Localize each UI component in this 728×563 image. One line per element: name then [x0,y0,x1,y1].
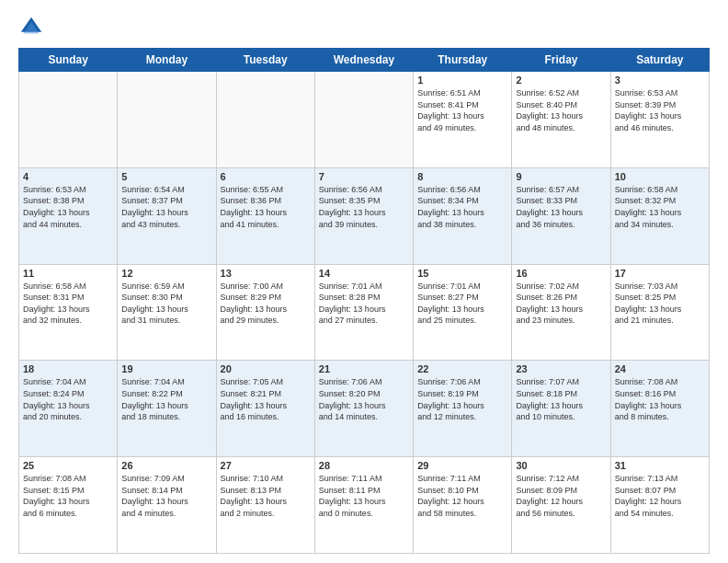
calendar-day-cell: 13Sunrise: 7:00 AM Sunset: 8:29 PM Dayli… [216,264,314,361]
weekday-header: Monday [118,49,216,72]
calendar-day-cell: 17Sunrise: 7:03 AM Sunset: 8:25 PM Dayli… [610,264,709,361]
day-info: Sunrise: 7:04 AM Sunset: 8:24 PM Dayligh… [23,376,113,422]
day-info: Sunrise: 7:03 AM Sunset: 8:25 PM Dayligh… [615,281,705,327]
calendar-week-row: 4Sunrise: 6:53 AM Sunset: 8:38 PM Daylig… [19,167,710,264]
calendar-day-cell: 25Sunrise: 7:08 AM Sunset: 8:15 PM Dayli… [19,457,118,554]
day-info: Sunrise: 6:52 AM Sunset: 8:40 PM Dayligh… [516,87,606,133]
calendar-day-cell: 6Sunrise: 6:55 AM Sunset: 8:36 PM Daylig… [216,167,314,264]
calendar-day-cell: 12Sunrise: 6:59 AM Sunset: 8:30 PM Dayli… [118,264,216,361]
day-number: 24 [615,363,705,374]
day-info: Sunrise: 7:04 AM Sunset: 8:22 PM Dayligh… [121,376,211,422]
calendar-day-cell: 31Sunrise: 7:13 AM Sunset: 8:07 PM Dayli… [610,457,709,554]
day-number: 22 [417,363,507,374]
calendar-table: SundayMondayTuesdayWednesdayThursdayFrid… [18,48,710,554]
day-info: Sunrise: 6:58 AM Sunset: 8:31 PM Dayligh… [23,281,113,327]
day-number: 15 [417,268,507,279]
day-number: 27 [221,460,311,471]
day-info: Sunrise: 6:54 AM Sunset: 8:37 PM Dayligh… [121,184,211,230]
calendar-day-cell: 28Sunrise: 7:11 AM Sunset: 8:11 PM Dayli… [314,457,413,554]
page: SundayMondayTuesdayWednesdayThursdayFrid… [0,0,728,563]
calendar-day-cell: 8Sunrise: 6:56 AM Sunset: 8:34 PM Daylig… [414,167,512,264]
calendar-day-cell: 3Sunrise: 6:53 AM Sunset: 8:39 PM Daylig… [610,72,709,168]
calendar-day-cell: 18Sunrise: 7:04 AM Sunset: 8:24 PM Dayli… [19,361,118,457]
day-info: Sunrise: 6:58 AM Sunset: 8:32 PM Dayligh… [615,184,705,230]
calendar-day-cell: 11Sunrise: 6:58 AM Sunset: 8:31 PM Dayli… [19,264,118,361]
logo-icon [18,15,44,40]
day-number: 31 [615,460,705,471]
calendar-day-cell: 24Sunrise: 7:08 AM Sunset: 8:16 PM Dayli… [610,361,709,457]
day-info: Sunrise: 6:57 AM Sunset: 8:33 PM Dayligh… [516,184,606,230]
day-info: Sunrise: 6:53 AM Sunset: 8:38 PM Dayligh… [23,184,113,230]
day-info: Sunrise: 7:10 AM Sunset: 8:13 PM Dayligh… [221,473,311,519]
weekday-header: Friday [512,49,610,72]
calendar-day-cell [314,72,413,168]
day-number: 11 [23,268,113,279]
calendar-day-cell [118,72,216,168]
day-number: 14 [319,268,409,279]
day-number: 8 [417,171,507,182]
day-number: 30 [516,460,606,471]
calendar-day-cell: 14Sunrise: 7:01 AM Sunset: 8:28 PM Dayli… [314,264,413,361]
calendar-week-row: 25Sunrise: 7:08 AM Sunset: 8:15 PM Dayli… [19,457,710,554]
day-info: Sunrise: 7:08 AM Sunset: 8:16 PM Dayligh… [615,376,705,422]
day-info: Sunrise: 7:01 AM Sunset: 8:28 PM Dayligh… [319,281,409,327]
day-info: Sunrise: 7:00 AM Sunset: 8:29 PM Dayligh… [221,281,311,327]
calendar-day-cell: 27Sunrise: 7:10 AM Sunset: 8:13 PM Dayli… [216,457,314,554]
calendar-day-cell: 29Sunrise: 7:11 AM Sunset: 8:10 PM Dayli… [414,457,512,554]
day-number: 7 [319,171,409,182]
calendar-day-cell: 15Sunrise: 7:01 AM Sunset: 8:27 PM Dayli… [414,264,512,361]
day-number: 13 [221,268,311,279]
day-info: Sunrise: 6:55 AM Sunset: 8:36 PM Dayligh… [221,184,311,230]
calendar-day-cell: 1Sunrise: 6:51 AM Sunset: 8:41 PM Daylig… [414,72,512,168]
day-number: 17 [615,268,705,279]
calendar-day-cell: 5Sunrise: 6:54 AM Sunset: 8:37 PM Daylig… [118,167,216,264]
logo [18,15,48,40]
calendar-day-cell: 10Sunrise: 6:58 AM Sunset: 8:32 PM Dayli… [610,167,709,264]
day-number: 26 [121,460,211,471]
day-info: Sunrise: 7:11 AM Sunset: 8:10 PM Dayligh… [417,473,507,519]
calendar-day-cell: 19Sunrise: 7:04 AM Sunset: 8:22 PM Dayli… [118,361,216,457]
calendar-day-cell: 21Sunrise: 7:06 AM Sunset: 8:20 PM Dayli… [314,361,413,457]
day-info: Sunrise: 6:53 AM Sunset: 8:39 PM Dayligh… [615,87,705,133]
day-number: 19 [121,363,211,374]
weekday-header: Sunday [19,49,118,72]
day-info: Sunrise: 6:51 AM Sunset: 8:41 PM Dayligh… [417,87,507,133]
calendar-day-cell: 4Sunrise: 6:53 AM Sunset: 8:38 PM Daylig… [19,167,118,264]
day-number: 28 [319,460,409,471]
day-info: Sunrise: 7:06 AM Sunset: 8:20 PM Dayligh… [319,376,409,422]
day-info: Sunrise: 6:59 AM Sunset: 8:30 PM Dayligh… [121,281,211,327]
day-info: Sunrise: 6:56 AM Sunset: 8:34 PM Dayligh… [417,184,507,230]
day-number: 10 [615,171,705,182]
day-info: Sunrise: 7:12 AM Sunset: 8:09 PM Dayligh… [516,473,606,519]
day-number: 18 [23,363,113,374]
calendar-week-row: 11Sunrise: 6:58 AM Sunset: 8:31 PM Dayli… [19,264,710,361]
day-number: 23 [516,363,606,374]
calendar-day-cell: 20Sunrise: 7:05 AM Sunset: 8:21 PM Dayli… [216,361,314,457]
calendar-day-cell: 26Sunrise: 7:09 AM Sunset: 8:14 PM Dayli… [118,457,216,554]
day-info: Sunrise: 7:05 AM Sunset: 8:21 PM Dayligh… [221,376,311,422]
day-number: 3 [615,75,705,86]
day-number: 5 [121,171,211,182]
calendar-day-cell: 30Sunrise: 7:12 AM Sunset: 8:09 PM Dayli… [512,457,610,554]
day-number: 25 [23,460,113,471]
calendar-day-cell: 16Sunrise: 7:02 AM Sunset: 8:26 PM Dayli… [512,264,610,361]
day-number: 4 [23,171,113,182]
day-info: Sunrise: 6:56 AM Sunset: 8:35 PM Dayligh… [319,184,409,230]
weekday-header: Saturday [610,49,709,72]
header [18,15,710,40]
calendar-day-cell: 22Sunrise: 7:06 AM Sunset: 8:19 PM Dayli… [414,361,512,457]
calendar-week-row: 1Sunrise: 6:51 AM Sunset: 8:41 PM Daylig… [19,72,710,168]
day-info: Sunrise: 7:11 AM Sunset: 8:11 PM Dayligh… [319,473,409,519]
day-info: Sunrise: 7:08 AM Sunset: 8:15 PM Dayligh… [23,473,113,519]
day-number: 16 [516,268,606,279]
weekday-header: Thursday [414,49,512,72]
day-number: 9 [516,171,606,182]
day-number: 6 [221,171,311,182]
day-number: 1 [417,75,507,86]
calendar-day-cell: 2Sunrise: 6:52 AM Sunset: 8:40 PM Daylig… [512,72,610,168]
calendar-day-cell: 23Sunrise: 7:07 AM Sunset: 8:18 PM Dayli… [512,361,610,457]
calendar-day-cell: 7Sunrise: 6:56 AM Sunset: 8:35 PM Daylig… [314,167,413,264]
day-info: Sunrise: 7:02 AM Sunset: 8:26 PM Dayligh… [516,281,606,327]
day-info: Sunrise: 7:07 AM Sunset: 8:18 PM Dayligh… [516,376,606,422]
day-info: Sunrise: 7:01 AM Sunset: 8:27 PM Dayligh… [417,281,507,327]
